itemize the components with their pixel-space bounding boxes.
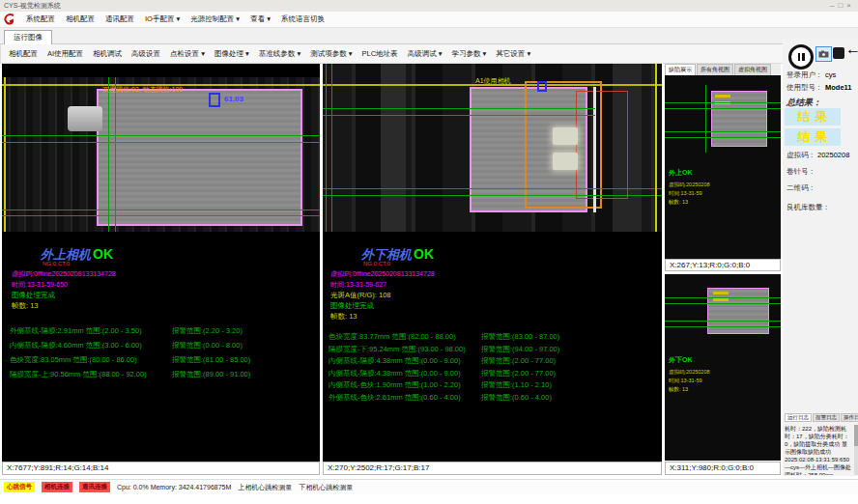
tool-image-processing[interactable]: 图像处理 ▾	[214, 49, 249, 59]
coord-text: X:311;Y:980;R:0;G:0;B:0	[670, 463, 754, 472]
menu-camera-config[interactable]: 相机配置	[66, 14, 95, 24]
tool-other-settings[interactable]: 其它设置 ▾	[496, 49, 530, 59]
menu-light-config[interactable]: 光源控制配置 ▾	[190, 14, 240, 24]
measurement-value: 外侧基线-隔膜:2.91mm 范围:(2.00 - 3.50)	[10, 326, 142, 335]
middle-coord-readout: X:270;Y:2502;R:17;G:17;B:17	[323, 462, 662, 475]
preview-info-line: 虚拟码:20250208	[669, 182, 710, 188]
measure-line	[2, 135, 320, 136]
coord-text: X:7677;Y:891;R:14;G:14;B:14	[7, 463, 108, 472]
frame-count: 帧数: 13	[330, 312, 358, 322]
process-done-label: 图像处理完成	[330, 301, 374, 311]
measurement-row: 内侧基线-隔膜:4.38mm 范围:(0.00 - 9.00)报警范围:(2.0…	[329, 369, 662, 378]
toolbar: 相机配置 AI使用配置 相机调试 高级设置 点检设置 ▾ 图像处理 ▾ 基准线参…	[0, 44, 858, 64]
virtual-code: 虚拟码:0ffline20250208133134728	[12, 269, 116, 279]
tool-learning-params[interactable]: 学习参数 ▾	[451, 49, 486, 59]
capture-time: 时间:13-31-59-650	[12, 280, 68, 290]
tool-advanced-settings[interactable]: 高级设置	[131, 49, 160, 59]
bright-feature	[553, 127, 578, 145]
camera-capture-button[interactable]	[815, 46, 832, 62]
right-sidebar: ← 登录用户： cys 使用型号： Mode11 总结果： 结果 结果 虚拟码：…	[783, 39, 858, 476]
pause-button[interactable]	[788, 44, 814, 70]
tool-plc-table[interactable]: PLC地址表	[362, 49, 398, 59]
roll-label: 卷针号：	[786, 167, 815, 177]
preview-top-view[interactable]: 外上OK 虚拟码:20250208 时间:13-31-59 帧数: 13	[665, 75, 781, 259]
camera-connect-status-badge: 相机连接	[42, 482, 72, 492]
tool-camera-config[interactable]: 相机配置	[9, 49, 38, 59]
menu-view[interactable]: 查看 ▾	[250, 14, 271, 24]
blue-detect-box	[537, 81, 547, 92]
result-badge-2: 结果	[785, 128, 841, 146]
connector-object	[68, 106, 102, 131]
measurement-row: 外侧基线-隔膜:2.91mm 范围:(2.00 - 3.50)报警范围:(2.2…	[10, 326, 320, 336]
preview-top-coord-readout: X:267;Y:13;R:0;G:0;B:0	[665, 259, 781, 271]
menu-bar: 系统配置 相机配置 通讯配置 IO手配置 ▾ 光源控制配置 ▾ 查看 ▾ 系统语…	[0, 12, 858, 28]
tool-advanced-debug[interactable]: 高级调试 ▾	[408, 49, 443, 59]
preview-info-line: 虚拟码:20250208	[669, 369, 710, 376]
menu-system-config[interactable]: 系统配置	[26, 14, 55, 24]
menu-io-config[interactable]: IO手配置 ▾	[145, 14, 180, 24]
model-label: 使用型号：	[786, 83, 823, 93]
measure-line	[665, 102, 781, 103]
tool-spot-check[interactable]: 点检设置 ▾	[170, 49, 205, 59]
ng-counter: NG:0,CT:0	[43, 261, 70, 266]
virtual-code: 虚拟码:0ffline20250208133134728	[330, 269, 435, 279]
window-controls[interactable]: –□×	[830, 0, 855, 12]
log-scrollbar[interactable]	[854, 425, 858, 475]
tab-run-log[interactable]: 运行日志	[785, 413, 812, 422]
measure-line	[323, 108, 595, 109]
measure-line	[2, 142, 320, 143]
measure-line	[665, 137, 781, 138]
capture-time: 时间:13-31-59-627	[330, 280, 386, 290]
coord-text: X:270;Y:2502;R:17;G:17;B:17	[328, 463, 429, 472]
measure-line	[665, 131, 781, 132]
tab-defect-display[interactable]: 缺陷展示	[665, 64, 696, 75]
tab-all-angle-view[interactable]: 所有角视图	[697, 64, 733, 75]
tab-virtual-angle-view[interactable]: 虚拟角视图	[734, 64, 771, 75]
preview-info-line: 帧数: 13	[669, 386, 688, 393]
left-coord-readout: X:7677;Y:891;R:14;G:14;B:14	[2, 462, 320, 475]
middle-camera-view[interactable]: A1使用相机 外下相机OK NG:0,CT:0 虚拟码:0ffline20250…	[323, 64, 662, 462]
lower-camera-heartbeat[interactable]: 下相机心跳检测量	[299, 483, 353, 492]
alarm-range: 报警范围:(2.20 - 3.20)	[172, 326, 243, 336]
tiny-label-mark	[713, 298, 729, 301]
measure-line-vertical	[115, 77, 116, 232]
preview-tab-strip: 缺陷展示 所有角视图 虚拟角视图	[665, 64, 781, 75]
tab-alarm-log[interactable]: 报警日志	[813, 413, 840, 422]
tab-operation-log[interactable]: 操作日志	[841, 413, 858, 422]
vcode-value: 20250208	[817, 151, 849, 159]
measurement-row: 色块宽度:83.05mm 范围:(80.00 - 86.00)报警范围:(81.…	[10, 355, 320, 365]
maximize-icon[interactable]: □	[838, 1, 846, 10]
measurement-value: 隔膜宽度-下:95.24mm 范围:(93.00 - 98.00)	[329, 345, 466, 353]
tool-test-params[interactable]: 测试项参数 ▾	[310, 49, 352, 59]
measurement-value: 内侧基线-隔膜:4.60mm 范围:(3.00 - 6.00)	[10, 341, 142, 350]
tool-ai-config[interactable]: AI使用配置	[47, 49, 83, 59]
dark-tool-button[interactable]	[833, 47, 844, 59]
preview-bottom-view[interactable]: 外下OK 虚拟码:20250208 时间:13-31-59 帧数: 13	[665, 274, 781, 461]
tab-run-image[interactable]: 运行图像	[4, 30, 52, 45]
measurement-row: 内侧基线-色块:1.90mm 范围:(1.00 - 2.20)报警范围:(1.1…	[329, 380, 662, 390]
blue-detect-box	[209, 93, 220, 107]
stock-label: 良机库数量：	[786, 203, 830, 212]
camera-name: 外下相机	[361, 247, 412, 262]
upper-camera-heartbeat[interactable]: 上相机心跳检测量	[238, 483, 292, 492]
measurement-row: 外侧基线-色块:2.61mm 范围:(0.60 - 4.00)报警范围:(0.6…	[329, 393, 662, 403]
close-icon[interactable]: ×	[846, 1, 855, 10]
tool-baseline-params[interactable]: 基准线参数 ▾	[259, 49, 300, 59]
tool-camera-debug[interactable]: 相机调试	[93, 49, 122, 59]
measure-line	[665, 326, 781, 327]
result-ok-badge: OK	[414, 246, 434, 262]
back-arrow-button[interactable]: ←	[845, 41, 858, 58]
measure-line	[323, 195, 662, 196]
model-value: Mode11	[825, 83, 852, 92]
menu-comm-config[interactable]: 通讯配置	[105, 14, 134, 24]
alarm-range: 报警范围:(0.60 - 4.00)	[481, 393, 552, 403]
alarm-range: 报警范围:(1.10 - 2.10)	[481, 380, 552, 390]
left-camera-view[interactable]: 61.03 灰度阈值:93, 动态阈值:100 外上相机OK NG:0,CT:0…	[2, 64, 320, 462]
machinery-column	[381, 64, 406, 232]
log-tab-strip: 运行日志 报警日志 操作日志	[785, 413, 858, 422]
menu-language[interactable]: 系统语言切换	[281, 14, 325, 24]
membrane-roi-box	[97, 89, 302, 226]
title-bar[interactable]: CYS-视觉检测系统 –□×	[0, 0, 858, 12]
camera-name: 外上相机	[41, 247, 91, 262]
measurement-value: 色块宽度:83.77mm 范围:(82.00 - 88.00)	[329, 332, 456, 341]
